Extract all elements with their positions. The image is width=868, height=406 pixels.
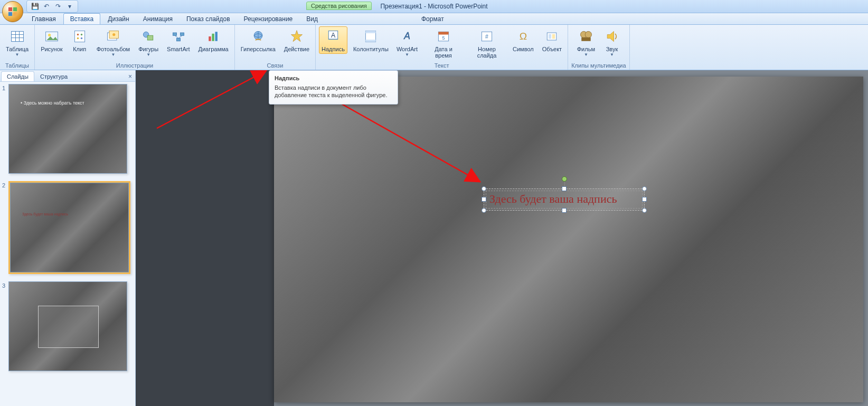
btn-smartart[interactable]: SmartArt xyxy=(164,26,192,54)
qat-undo[interactable]: ↶ xyxy=(42,2,51,11)
btn-clip[interactable]: Клип xyxy=(69,26,91,54)
btn-table[interactable]: Таблица ▼ xyxy=(3,26,31,59)
resize-handle-tm[interactable] xyxy=(562,186,567,191)
btn-textbox-label: Надпись xyxy=(322,46,345,52)
slide-thumbnail-2-selected[interactable]: Здесь будет ваша надпись xyxy=(8,181,130,274)
tab-review[interactable]: Рецензирование xyxy=(238,14,299,24)
slide-edit-area[interactable]: Здесь будет ваша надпись Надпись Вставка… xyxy=(136,70,868,406)
slides-panel-tabs: Слайды Структура × xyxy=(0,70,135,82)
btn-clip-label: Клип xyxy=(73,46,86,52)
btn-movie[interactable]: Фильм ▼ xyxy=(574,26,598,59)
svg-point-10 xyxy=(48,34,51,36)
chart-icon xyxy=(205,28,222,45)
svg-rect-32 xyxy=(365,31,375,33)
thumbnail-row: 1 • Здесь можно набрать текст xyxy=(2,84,133,174)
slide-thumbnails[interactable]: 1 • Здесь можно набрать текст 2 Здесь бу… xyxy=(0,82,135,406)
svg-point-14 xyxy=(77,37,79,40)
chevron-down-icon: ▼ xyxy=(15,52,20,57)
tab-format[interactable]: Формат xyxy=(415,14,450,24)
headerfooter-icon xyxy=(362,28,379,45)
tab-design[interactable]: Дизайн xyxy=(101,14,135,24)
wordart-icon: A xyxy=(399,28,416,45)
thumbnail-row: 2 Здесь будет ваша надпись xyxy=(2,181,133,274)
resize-handle-bl[interactable] xyxy=(482,208,486,213)
btn-sound[interactable]: Звук ▼ xyxy=(601,26,623,59)
resize-handle-tr[interactable] xyxy=(642,186,647,191)
ribbon-tabs: Главная Вставка Дизайн Анимация Показ сл… xyxy=(0,13,868,25)
btn-datetime[interactable]: 5 Дата и время xyxy=(423,26,464,60)
btn-chart[interactable]: Диаграмма xyxy=(196,26,231,54)
resize-handle-bm[interactable] xyxy=(562,208,567,213)
tab-animation[interactable]: Анимация xyxy=(137,14,179,24)
object-icon xyxy=(543,28,560,45)
btn-slidenum[interactable]: # Номер слайда xyxy=(467,26,507,60)
thumbnail-shape xyxy=(38,306,99,348)
resize-handle-br[interactable] xyxy=(642,208,647,213)
panel-tab-outline[interactable]: Структура xyxy=(34,71,73,81)
shapes-icon xyxy=(140,28,157,45)
hyperlink-icon xyxy=(250,28,267,45)
movie-icon xyxy=(578,28,595,45)
svg-rect-24 xyxy=(209,36,211,41)
symbol-icon: Ω xyxy=(515,28,532,45)
group-text-label: Текст xyxy=(435,62,449,69)
panel-close-button[interactable]: × xyxy=(125,72,135,81)
group-multimedia: Фильм ▼ Звук ▼ Клипы мультимедиа xyxy=(568,25,629,70)
ribbon: Таблица ▼ Таблицы Рисунок Клип Фотоальбо… xyxy=(0,25,868,70)
svg-rect-11 xyxy=(74,31,84,42)
btn-headerfooter[interactable]: Колонтитулы xyxy=(351,26,391,54)
group-tables: Таблица ▼ Таблицы xyxy=(0,25,35,70)
btn-hyperlink[interactable]: Гиперссылка xyxy=(238,26,278,54)
rotate-handle[interactable] xyxy=(562,176,567,182)
thumbnail-number: 2 xyxy=(2,181,8,188)
btn-picture[interactable]: Рисунок xyxy=(38,26,65,54)
chevron-down-icon: ▼ xyxy=(584,52,588,57)
slide-thumbnail-1[interactable]: • Здесь можно набрать текст xyxy=(8,84,127,174)
panel-tab-slides[interactable]: Слайды xyxy=(1,71,34,81)
group-links: Гиперссылка Действие Связи xyxy=(235,25,316,70)
btn-textbox[interactable]: A Надпись xyxy=(319,26,347,54)
btn-album[interactable]: Фотоальбом ▼ xyxy=(94,26,133,59)
textbox-content[interactable]: Здесь будет ваша надпись xyxy=(489,192,617,206)
office-button[interactable] xyxy=(2,1,23,22)
svg-rect-4 xyxy=(11,31,23,41)
slide-canvas[interactable]: Здесь будет ваша надпись xyxy=(274,77,863,402)
qat-redo[interactable]: ↷ xyxy=(53,2,63,11)
svg-text:Ω: Ω xyxy=(520,31,527,42)
btn-symbol[interactable]: Ω Символ xyxy=(510,26,536,54)
chevron-down-icon: ▼ xyxy=(111,52,115,57)
office-logo-icon xyxy=(8,7,17,16)
textbox-icon: A xyxy=(325,28,342,45)
action-icon xyxy=(288,28,305,45)
svg-rect-1 xyxy=(13,7,17,11)
btn-wordart-label: WordArt xyxy=(397,46,418,52)
selected-textbox[interactable]: Здесь будет ваша надпись xyxy=(484,188,645,211)
qat-save[interactable]: 💾 xyxy=(30,2,40,11)
svg-point-13 xyxy=(80,34,82,36)
sound-icon xyxy=(603,28,620,45)
svg-rect-2 xyxy=(8,12,12,16)
album-icon xyxy=(105,28,121,45)
resize-handle-mr[interactable] xyxy=(642,197,647,202)
slide-thumbnail-3[interactable] xyxy=(8,281,127,371)
thumbnail-number: 3 xyxy=(2,281,8,289)
tab-insert[interactable]: Вставка xyxy=(63,13,101,24)
btn-action[interactable]: Действие xyxy=(281,26,312,54)
svg-point-12 xyxy=(77,34,79,36)
qat-more[interactable]: ▾ xyxy=(65,2,74,11)
resize-handle-ml[interactable] xyxy=(482,197,486,202)
btn-object[interactable]: Объект xyxy=(540,26,564,54)
btn-headerfooter-label: Колонтитулы xyxy=(353,46,388,52)
svg-point-15 xyxy=(80,37,82,40)
svg-text:A: A xyxy=(403,31,410,41)
btn-wordart[interactable]: A WordArt ▼ xyxy=(394,26,420,59)
btn-shapes[interactable]: Фигуры ▼ xyxy=(136,26,161,59)
group-tables-label: Таблицы xyxy=(5,62,29,69)
datetime-icon: 5 xyxy=(435,28,452,45)
tab-home[interactable]: Главная xyxy=(25,14,62,24)
tab-slideshow[interactable]: Показ слайдов xyxy=(180,14,237,24)
thumbnail-bg xyxy=(11,183,128,272)
svg-rect-23 xyxy=(176,39,180,41)
tab-view[interactable]: Вид xyxy=(300,14,324,24)
resize-handle-tl[interactable] xyxy=(482,186,486,191)
